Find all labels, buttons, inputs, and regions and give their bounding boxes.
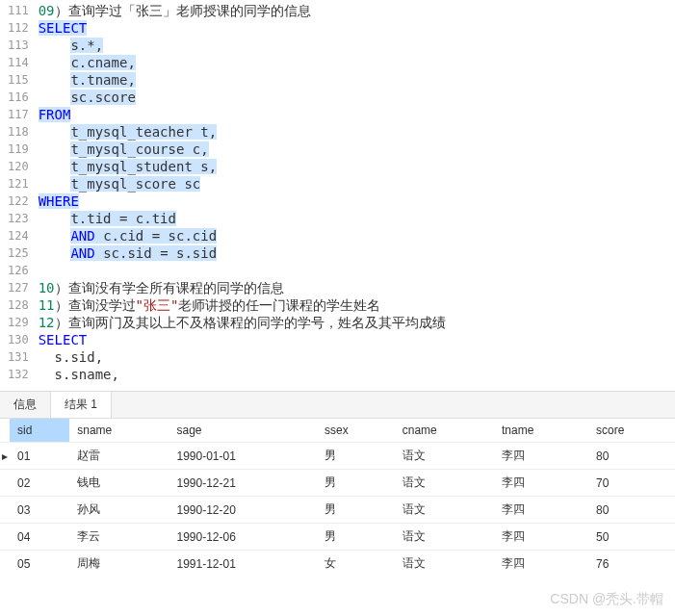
cell[interactable]: 李四 bbox=[494, 524, 588, 551]
line-number: 114 bbox=[8, 54, 29, 71]
col-header-cname[interactable]: cname bbox=[395, 419, 494, 443]
row-indicator bbox=[0, 470, 10, 497]
code-line[interactable]: sc.score bbox=[39, 89, 675, 106]
code-line[interactable]: 09）查询学过「张三」老师授课的同学的信息 bbox=[39, 2, 675, 19]
code-line[interactable]: FROM bbox=[39, 106, 675, 123]
code-line[interactable]: t_mysql_score sc bbox=[39, 175, 675, 192]
code-line[interactable]: t_mysql_teacher t, bbox=[39, 123, 675, 141]
cell[interactable]: 李云 bbox=[69, 524, 169, 551]
code-line[interactable]: s.sid, bbox=[39, 348, 675, 366]
code-token: "张三" bbox=[136, 297, 179, 313]
table-row[interactable]: 04李云1990-12-06男语文李四50 bbox=[0, 524, 675, 551]
col-header-ssex[interactable]: ssex bbox=[317, 419, 395, 443]
code-token: sc.sid = s.sid bbox=[95, 245, 217, 261]
cell[interactable]: 男 bbox=[317, 524, 395, 551]
code-token: c.cid = sc.cid bbox=[95, 228, 217, 244]
table-row[interactable]: 03孙风1990-12-20男语文李四80 bbox=[0, 497, 675, 524]
cell[interactable]: 01 bbox=[10, 443, 69, 470]
cell[interactable]: 孙风 bbox=[69, 497, 169, 524]
line-number: 116 bbox=[8, 89, 29, 106]
results-tabs: 信息结果 1 bbox=[0, 391, 675, 419]
cell[interactable]: 李四 bbox=[494, 443, 588, 470]
code-line[interactable]: 12）查询两门及其以上不及格课程的同学的学号，姓名及其平均成绩 bbox=[39, 314, 675, 331]
code-line[interactable]: s.*, bbox=[39, 37, 675, 54]
line-number: 131 bbox=[8, 348, 29, 366]
code-line[interactable]: 10）查询没有学全所有课程的同学的信息 bbox=[39, 279, 675, 296]
cell[interactable]: 04 bbox=[10, 524, 69, 551]
line-number: 122 bbox=[8, 192, 29, 210]
table-row[interactable]: 02钱电1990-12-21男语文李四70 bbox=[0, 470, 675, 497]
code-token: ） bbox=[55, 3, 68, 18]
cell[interactable]: 赵雷 bbox=[69, 443, 169, 470]
col-header-tname[interactable]: tname bbox=[494, 419, 588, 443]
code-token: t_mysql_course c, bbox=[70, 141, 208, 157]
col-header-sage[interactable]: sage bbox=[169, 419, 317, 443]
code-token bbox=[39, 176, 71, 192]
cell[interactable]: 76 bbox=[588, 551, 675, 578]
cell[interactable]: 语文 bbox=[395, 551, 494, 578]
code-line[interactable] bbox=[39, 262, 675, 279]
line-number: 120 bbox=[8, 158, 29, 175]
cell[interactable]: 1991-12-01 bbox=[169, 551, 317, 578]
cell[interactable]: 男 bbox=[317, 443, 395, 470]
code-token: 老师讲授的任一门课程的学生姓名 bbox=[178, 297, 380, 313]
cell[interactable]: 男 bbox=[317, 497, 395, 524]
line-number: 128 bbox=[8, 296, 29, 314]
code-line[interactable]: 11）查询没学过"张三"老师讲授的任一门课程的学生姓名 bbox=[39, 296, 675, 314]
cell[interactable]: 李四 bbox=[494, 470, 588, 497]
cell[interactable]: 钱电 bbox=[69, 470, 169, 497]
code-line[interactable]: SELECT bbox=[39, 19, 675, 37]
line-number: 117 bbox=[8, 106, 29, 123]
code-line[interactable]: AND c.cid = sc.cid bbox=[39, 227, 675, 244]
cell[interactable]: 1990-12-20 bbox=[169, 497, 317, 524]
cell[interactable]: 02 bbox=[10, 470, 69, 497]
col-header-sname[interactable]: sname bbox=[69, 419, 169, 443]
cell[interactable]: 05 bbox=[10, 551, 69, 578]
code-line[interactable]: AND sc.sid = s.sid bbox=[39, 244, 675, 262]
row-indicator: ▸ bbox=[0, 443, 10, 470]
cell[interactable]: 李四 bbox=[494, 497, 588, 524]
code-line[interactable]: s.sname, bbox=[39, 366, 675, 383]
cell[interactable]: 周梅 bbox=[69, 551, 169, 578]
table-row[interactable]: 05周梅1991-12-01女语文李四76 bbox=[0, 551, 675, 578]
code-line[interactable]: c.cname, bbox=[39, 54, 675, 71]
cell[interactable]: 语文 bbox=[395, 470, 494, 497]
results-table[interactable]: sidsnamesagessexcnametnamescore▸01赵雷1990… bbox=[0, 419, 675, 577]
cell[interactable]: 1990-12-06 bbox=[169, 524, 317, 551]
code-line[interactable]: t_mysql_student s, bbox=[39, 158, 675, 175]
code-token: ） bbox=[55, 297, 68, 313]
table-row[interactable]: ▸01赵雷1990-01-01男语文李四80 bbox=[0, 443, 675, 470]
cell[interactable]: 80 bbox=[588, 443, 675, 470]
cell[interactable]: 语文 bbox=[395, 524, 494, 551]
row-indicator bbox=[0, 497, 10, 524]
code-line[interactable]: t_mysql_course c, bbox=[39, 141, 675, 158]
cell[interactable]: 50 bbox=[588, 524, 675, 551]
line-number: 111 bbox=[8, 2, 29, 19]
tab-result[interactable]: 结果 1 bbox=[51, 392, 112, 418]
code-token: 查询没学过 bbox=[68, 297, 136, 313]
line-number: 126 bbox=[8, 262, 29, 279]
code-token bbox=[39, 38, 71, 53]
cell[interactable]: 李四 bbox=[494, 551, 588, 578]
cell[interactable]: 1990-01-01 bbox=[169, 443, 317, 470]
code-token bbox=[39, 72, 71, 88]
cell[interactable]: 男 bbox=[317, 470, 395, 497]
cell[interactable]: 70 bbox=[588, 470, 675, 497]
code-area[interactable]: 09）查询学过「张三」老师授课的同学的信息SELECT s.*, c.cname… bbox=[39, 0, 675, 385]
tab-info[interactable]: 信息 bbox=[0, 392, 51, 418]
cell[interactable]: 1990-12-21 bbox=[169, 470, 317, 497]
col-header-score[interactable]: score bbox=[588, 419, 675, 443]
cell[interactable]: 03 bbox=[10, 497, 69, 524]
code-line[interactable]: SELECT bbox=[39, 331, 675, 348]
code-token: FROM bbox=[39, 107, 71, 122]
code-line[interactable]: WHERE bbox=[39, 192, 675, 210]
cell[interactable]: 语文 bbox=[395, 443, 494, 470]
cell[interactable]: 80 bbox=[588, 497, 675, 524]
cell[interactable]: 语文 bbox=[395, 497, 494, 524]
col-header-sid[interactable]: sid bbox=[10, 419, 69, 443]
code-editor[interactable]: 1111121131141151161171181191201211221231… bbox=[0, 0, 675, 385]
line-number: 124 bbox=[8, 227, 29, 244]
cell[interactable]: 女 bbox=[317, 551, 395, 578]
code-line[interactable]: t.tid = c.tid bbox=[39, 210, 675, 227]
code-line[interactable]: t.tname, bbox=[39, 71, 675, 89]
